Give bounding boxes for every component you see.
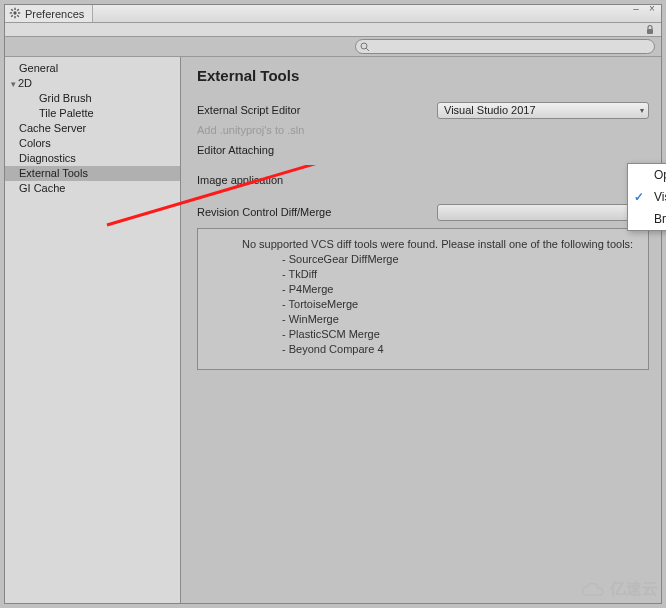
vcs-tools-list: SourceGear DiffMergeTkDiffP4MergeTortois… [242, 252, 638, 357]
label-external-script-editor: External Script Editor [197, 104, 437, 116]
dropdown-item-visual-studio-2017[interactable]: ✓Visual Studio 2017 [628, 186, 666, 208]
sidebar: General2DGrid BrushTile PaletteCache Ser… [5, 57, 181, 603]
svg-line-7 [11, 15, 13, 17]
page-title: External Tools [197, 67, 649, 84]
preferences-window: Preferences – × General2DGrid BrushTile … [4, 4, 662, 604]
svg-line-11 [366, 48, 369, 51]
label-editor-attaching: Editor Attaching [197, 144, 437, 156]
svg-line-5 [11, 9, 13, 11]
svg-point-0 [13, 11, 16, 14]
script-editor-dropdown: Open by file extension✓Visual Studio 201… [627, 163, 666, 231]
vcs-tool-item: TkDiff [242, 267, 638, 282]
sidebar-item-2d[interactable]: 2D [5, 76, 180, 91]
window-tab[interactable]: Preferences [5, 5, 93, 22]
label-revision-control: Revision Control Diff/Merge [197, 206, 437, 218]
lock-icon[interactable] [645, 21, 655, 39]
sidebar-item-external-tools[interactable]: External Tools [5, 166, 180, 181]
sidebar-item-colors[interactable]: Colors [5, 136, 180, 151]
titlebar: Preferences – × [5, 5, 661, 23]
row-revision-control: Revision Control Diff/Merge [197, 202, 649, 222]
dropdown-item-label: Open by file extension [654, 168, 666, 182]
vcs-tool-item: Beyond Compare 4 [242, 342, 638, 357]
sidebar-item-cache-server[interactable]: Cache Server [5, 121, 180, 136]
cloud-icon [580, 581, 606, 599]
row-add-unityproj: Add .unityproj's to .sln [197, 120, 649, 140]
svg-line-8 [17, 9, 19, 11]
main-panel: External Tools External Script Editor Vi… [181, 57, 661, 603]
svg-point-10 [361, 43, 367, 49]
search-input[interactable] [355, 39, 655, 54]
svg-line-6 [17, 15, 19, 17]
lock-row [5, 23, 661, 37]
gear-icon [9, 7, 21, 21]
combo-value: Visual Studio 2017 [444, 104, 536, 116]
sidebar-item-grid-brush[interactable]: Grid Brush [5, 91, 180, 106]
row-image-application: Image application [197, 170, 649, 190]
vcs-tool-item: PlasticSCM Merge [242, 327, 638, 342]
row-external-script-editor: External Script Editor Visual Studio 201… [197, 100, 649, 120]
watermark: 亿速云 [580, 579, 658, 600]
vcs-tool-item: WinMerge [242, 312, 638, 327]
vcs-info-box: No supported VCS diff tools were found. … [197, 228, 649, 370]
combo-revision-control[interactable] [437, 204, 649, 221]
minimize-icon[interactable]: – [629, 5, 643, 13]
vcs-tool-item: P4Merge [242, 282, 638, 297]
search-icon [360, 38, 370, 56]
sidebar-item-general[interactable]: General [5, 61, 180, 76]
window-controls: – × [629, 5, 659, 13]
body: General2DGrid BrushTile PaletteCache Ser… [5, 57, 661, 603]
combo-external-script-editor[interactable]: Visual Studio 2017 [437, 102, 649, 119]
vcs-info-lead: No supported VCS diff tools were found. … [242, 237, 638, 252]
dropdown-item-open-by-file-extension[interactable]: Open by file extension [628, 164, 666, 186]
dropdown-item-label: Browse... [654, 212, 666, 226]
sidebar-item-tile-palette[interactable]: Tile Palette [5, 106, 180, 121]
dropdown-item-label: Visual Studio 2017 [654, 190, 666, 204]
vcs-tool-item: TortoiseMerge [242, 297, 638, 312]
check-icon: ✓ [634, 190, 644, 204]
sidebar-item-gi-cache[interactable]: GI Cache [5, 181, 180, 196]
dropdown-item-browse-[interactable]: Browse... [628, 208, 666, 230]
watermark-text: 亿速云 [610, 579, 658, 600]
svg-rect-9 [647, 29, 653, 34]
search-row [5, 37, 661, 57]
window-title: Preferences [25, 8, 84, 20]
label-image-application: Image application [197, 174, 437, 186]
label-add-unityproj: Add .unityproj's to .sln [197, 124, 437, 136]
vcs-tool-item: SourceGear DiffMerge [242, 252, 638, 267]
sidebar-item-diagnostics[interactable]: Diagnostics [5, 151, 180, 166]
close-icon[interactable]: × [645, 5, 659, 13]
row-editor-attaching: Editor Attaching [197, 140, 649, 160]
